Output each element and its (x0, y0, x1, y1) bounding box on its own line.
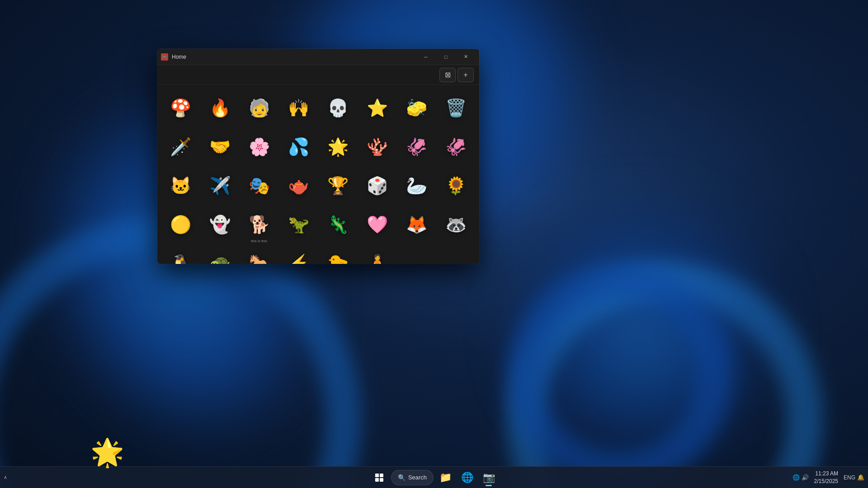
sprite-pink-thing[interactable]: 🌸 (240, 127, 278, 166)
taskbar-right: 🌐 🔊 11:23 AM 2/15/2025 ENG 🔔 (793, 468, 864, 487)
sprite-grid: 🍄🔥🧓🙌💀⭐🧽🗑️🗡️🤝🌸💦🌟🪸🦑🦑🐱✈️🎭🫖🏆🎲🦢🌻🟡👻🐕this is fi… (157, 85, 479, 264)
sprite-cagney[interactable]: 🌻 (436, 166, 475, 205)
sprite-icon-dark-horse: 🐎 (249, 255, 270, 264)
sprite-icon-penguin: 🐧 (170, 255, 191, 264)
taskbar-center: 🔍 Search 📁 🌐 📷 (369, 468, 499, 488)
sprite-spongebob-patrick[interactable]: 🤝 (200, 127, 239, 166)
sprite-icon-this-is-fine: 🐕 (249, 216, 270, 233)
taskbar-chrome[interactable]: 🌐 (457, 468, 477, 488)
sprite-old-man[interactable]: 🧓 (240, 89, 278, 127)
sprite-chalice[interactable]: 🏆 (318, 166, 357, 205)
sprite-homer-dance[interactable]: 🙌 (279, 89, 318, 127)
sprite-icon-person: 🧍 (367, 255, 388, 264)
tray-overflow-button[interactable]: ∧ (4, 474, 7, 480)
sprite-king-dice[interactable]: 🎲 (358, 166, 396, 205)
network-icon[interactable]: 🌐 (793, 474, 800, 481)
add-tab-button[interactable]: + (458, 68, 474, 82)
sprite-icon-crash-2: 🦝 (445, 216, 467, 233)
sprite-pacman[interactable]: 🟡 (161, 205, 200, 244)
sprite-squidward-2[interactable]: 🦑 (436, 127, 475, 166)
chrome-icon: 🌐 (461, 472, 473, 483)
sprite-icon-ghost: 👻 (209, 216, 231, 233)
sprite-patrick-3[interactable]: 🪸 (358, 127, 396, 166)
window-title: Home (172, 54, 186, 60)
close-button[interactable]: ✕ (456, 50, 476, 64)
sprite-dinosaur[interactable]: 🦎 (318, 205, 357, 244)
sprite-homer-fire[interactable]: 🔥 (200, 89, 239, 127)
clock-tray[interactable]: 11:23 AM 2/15/2025 (811, 468, 842, 487)
sprite-table-flip[interactable]: 🗑️ (436, 89, 475, 127)
sprite-icon-pink-thing: 🌸 (249, 138, 270, 155)
sprite-icon-link: 🗡️ (170, 138, 191, 155)
sprite-patrick-star[interactable]: ⭐ (358, 89, 396, 127)
sprite-cat-meme[interactable]: 🐱 (161, 166, 200, 205)
search-button[interactable]: 🔍 Search (391, 470, 434, 485)
sprite-psyduck[interactable]: 🐤 (318, 244, 357, 264)
app-window: 🎮 Home ─ □ ✕ ⊠ + 🍄🔥🧓🙌💀⭐🧽🗑️🗡️🤝🌸💦🌟🪸🦑🦑🐱✈️🎭🫖… (157, 49, 479, 264)
sprite-cuphead-1[interactable]: 🎭 (240, 166, 278, 205)
volume-icon[interactable]: 🔊 (802, 474, 809, 481)
minimize-button[interactable]: ─ (416, 50, 436, 64)
sprite-link[interactable]: 🗡️ (161, 127, 200, 166)
taskbar: ∧ 🔍 Search 📁 🌐 📷 (0, 466, 868, 488)
start-button[interactable] (369, 468, 389, 488)
title-bar: 🎮 Home ─ □ ✕ (157, 49, 479, 65)
sprite-icon-goose: 🦢 (406, 177, 427, 194)
sprite-icon-homer-fire: 🔥 (209, 99, 231, 117)
sprite-icon-dinosaur: 🦎 (327, 216, 349, 233)
sprite-icon-cuphead-1: 🎭 (249, 177, 270, 194)
sprite-kirby[interactable]: 🩷 (358, 205, 396, 244)
sprite-icon-patrick-2: 🌟 (327, 138, 349, 155)
sprite-turtle[interactable]: 🐢 (200, 244, 239, 264)
sprite-squidward[interactable]: 🦑 (397, 127, 436, 166)
sprite-cow-skull[interactable]: 💀 (318, 89, 357, 127)
sprite-crash-bandicoot[interactable]: 🦊 (397, 205, 436, 244)
sprite-mario[interactable]: 🍄 (161, 89, 200, 127)
sprite-icon-cat-meme: 🐱 (170, 177, 191, 194)
clock-display: 11:23 AM 2/15/2025 (814, 470, 838, 485)
sprite-penguin[interactable]: 🐧 (161, 244, 200, 264)
date-display: 2/15/2025 (814, 478, 838, 485)
close-tab-icon: ⊠ (445, 70, 451, 79)
sprite-goose[interactable]: 🦢 (397, 166, 436, 205)
sprite-raptor[interactable]: 🦖 (279, 205, 318, 244)
file-explorer-icon: 📁 (439, 472, 452, 483)
sprite-spongebob-jelly[interactable]: 🧽 (397, 89, 436, 127)
sprite-ghost[interactable]: 👻 (200, 205, 239, 244)
search-label: Search (408, 474, 427, 481)
sprite-app-icon: 📷 (483, 472, 495, 483)
taskbar-sprite-app[interactable]: 📷 (479, 468, 499, 488)
desktop-patrick-icon: 🌟 (90, 439, 124, 466)
sprite-icon-mario: 🍄 (170, 99, 191, 117)
toolbar: ⊠ + (157, 65, 479, 85)
title-bar-left: 🎮 Home (161, 53, 186, 61)
sprite-icon-squidward-2: 🦑 (445, 138, 467, 155)
maximize-button[interactable]: □ (436, 50, 456, 64)
sprite-icon-chalice: 🏆 (327, 177, 349, 194)
notification-icon[interactable]: 🔔 (857, 474, 864, 481)
sprite-person[interactable]: 🧍 (358, 244, 396, 264)
taskbar-left: ∧ (0, 474, 7, 480)
sprite-mugman[interactable]: 🫖 (279, 166, 318, 205)
sprite-icon-homer-dance: 🙌 (288, 99, 309, 117)
language-indicator[interactable]: ENG (844, 474, 855, 481)
sprite-this-is-fine[interactable]: 🐕this is fine (240, 205, 278, 244)
sprite-icon-psyduck: 🐤 (327, 255, 349, 264)
sprite-dark-horse[interactable]: 🐎 (240, 244, 278, 264)
sprite-paper-plane[interactable]: ✈️ (200, 166, 239, 205)
taskbar-file-explorer[interactable]: 📁 (435, 468, 455, 488)
add-tab-icon: + (463, 71, 467, 79)
sprite-icon-patrick-star: ⭐ (367, 99, 388, 117)
close-tab-button[interactable]: ⊠ (439, 68, 456, 82)
sprite-icon-cagney: 🌻 (445, 177, 467, 194)
sprite-icon-pacman: 🟡 (170, 216, 191, 233)
sprite-icon-pikachu: ⚡ (288, 255, 309, 264)
sprite-pikachu[interactable]: ⚡ (279, 244, 318, 264)
sprite-icon-raptor: 🦖 (288, 216, 309, 233)
windows-logo-icon (375, 474, 383, 482)
sprite-spongebob-fire[interactable]: 💦 (279, 127, 318, 166)
sprite-patrick-2[interactable]: 🌟 (318, 127, 357, 166)
sprite-crash-2[interactable]: 🦝 (436, 205, 475, 244)
sprite-icon-mugman: 🫖 (288, 177, 309, 194)
sprite-icon-paper-plane: ✈️ (209, 177, 231, 194)
